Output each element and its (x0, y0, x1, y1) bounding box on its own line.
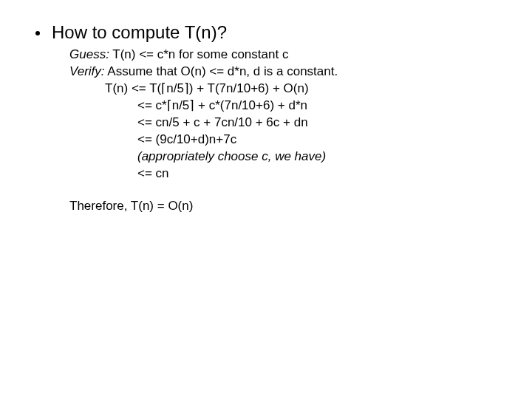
derivation-line-1: T(n) <= T(⌈n/5⌉) + T(7n/10+6) + O(n) (69, 81, 532, 98)
derivation-line-2: <= c*⌈n/5⌉ + c*(7n/10+6) + d*n (69, 98, 532, 115)
derivation-line-4: <= (9c/10+d)n+7c (69, 132, 532, 149)
derivation-line-5: <= cn (69, 166, 532, 183)
verify-label: Verify: (69, 64, 105, 78)
bullet-item: How to compute T(n)? (0, 21, 532, 44)
verify-line: Verify: Assume that O(n) <= d*n, d is a … (69, 64, 532, 81)
headline-text: How to compute T(n)? (52, 21, 227, 44)
guess-line: Guess: T(n) <= c*n for some constant c (69, 47, 532, 64)
verify-text: Assume that O(n) <= d*n, d is a constant… (105, 64, 338, 78)
slide: How to compute T(n)? Guess: T(n) <= c*n … (0, 0, 532, 399)
spacer (0, 183, 532, 199)
bullet-icon (35, 31, 40, 35)
proof-block: Guess: T(n) <= c*n for some constant c V… (0, 44, 532, 183)
derivation-line-3: <= cn/5 + c + 7cn/10 + 6c + dn (69, 115, 532, 132)
derivation-note: (appropriately choose c, we have) (69, 149, 532, 166)
guess-label: Guess: (69, 47, 109, 61)
conclusion-text: Therefore, T(n) = O(n) (0, 199, 532, 214)
guess-text: T(n) <= c*n for some constant c (109, 47, 289, 61)
